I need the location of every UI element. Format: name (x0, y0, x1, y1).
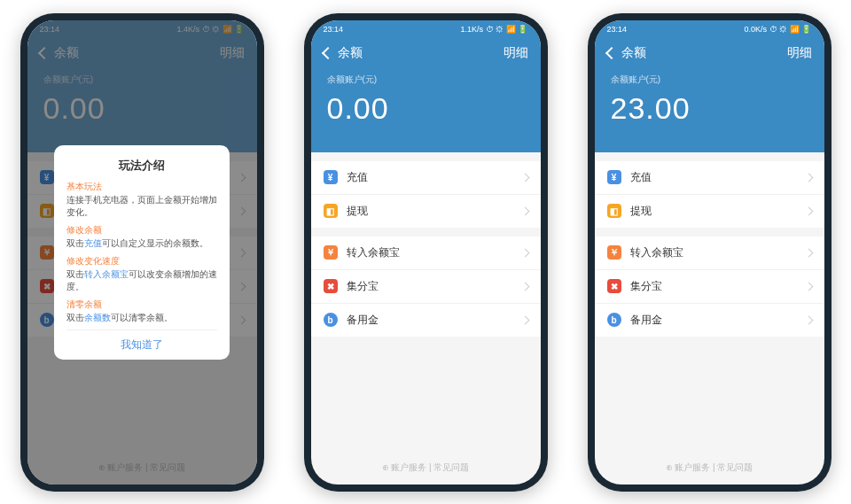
dialog-sec3-link: 转入余额宝 (84, 269, 129, 279)
screen: 23:14 1.4K/s ⏱ ⚙ 📶 🔋 余额 明细 余额账户(元) 0.00 … (27, 20, 257, 485)
list-item[interactable]: ¥充值 (595, 161, 824, 195)
header-title: 余额 (621, 45, 646, 61)
beiyongjin-icon: b (324, 313, 338, 327)
item-label: 充值 (630, 170, 652, 185)
chevron-right-icon (520, 248, 529, 257)
status-time: 23:14 (607, 25, 628, 34)
list-item[interactable]: ✖集分宝 (311, 270, 541, 304)
dialog-sec1-text: 连接手机充电器，页面上金额开始增加变化。 (66, 195, 217, 217)
screen: 23:14 0.0K/s⏱ ⚙ 📶 🔋 余额 明细 余额账户(元) 23.00 … (595, 20, 824, 485)
balance-label: 余额账户(元) (611, 74, 808, 86)
status-bar: 23:14 0.0K/s⏱ ⚙ 📶 🔋 (595, 20, 824, 38)
tutorial-dialog: 玩法介绍 基本玩法连接手机充电器，页面上金额开始增加变化。 修改余额双击充值可以… (54, 145, 230, 360)
status-icons: ⏱ ⚙ 📶 🔋 (486, 25, 528, 34)
list-item[interactable]: b备用金 (595, 304, 824, 337)
back-button[interactable]: 余额 (324, 45, 363, 61)
balance-value[interactable]: 23.00 (611, 91, 808, 126)
item-label: 充值 (347, 170, 368, 185)
withdraw-icon: ◧ (324, 204, 338, 218)
dialog-sec2-label: 修改余额 (66, 224, 217, 236)
dialog-sec3-label: 修改变化速度 (66, 255, 217, 268)
item-label: 备用金 (347, 313, 379, 328)
chevron-right-icon (804, 282, 813, 291)
detail-link[interactable]: 明细 (787, 45, 812, 61)
list-item[interactable]: ◧提现 (595, 195, 824, 228)
menu-list: ¥充值 ◧提现 ￥转入余额宝 ✖集分宝 b备用金 (311, 152, 541, 454)
yuebao-icon: ￥ (324, 245, 338, 260)
status-net: 0.0K/s (744, 25, 767, 34)
item-label: 转入余额宝 (630, 245, 683, 260)
phone-2: 23:14 1.1K/s⏱ ⚙ 📶 🔋 余额 明细 余额账户(元) 0.00 ¥… (304, 13, 548, 492)
chevron-right-icon (520, 173, 529, 182)
jifenbao-icon: ✖ (324, 279, 338, 293)
balance-value[interactable]: 0.00 (327, 91, 525, 126)
list-item[interactable]: ￥转入余额宝 (311, 236, 541, 270)
back-button[interactable]: 余额 (607, 45, 646, 61)
chevron-right-icon (804, 248, 813, 257)
dialog-sec4-link: 余额数 (84, 313, 111, 322)
list-item[interactable]: ◧提现 (311, 195, 541, 228)
chevron-right-icon (804, 206, 813, 215)
dialog-sec1-label: 基本玩法 (66, 181, 217, 193)
chevron-right-icon (520, 206, 529, 215)
chevron-right-icon (804, 315, 813, 324)
status-bar: 23:14 1.1K/s⏱ ⚙ 📶 🔋 (311, 20, 541, 38)
recharge-icon: ¥ (324, 170, 338, 184)
chevron-left-icon (321, 46, 333, 58)
header-title: 余额 (338, 45, 363, 61)
list-item[interactable]: ￥转入余额宝 (595, 236, 824, 270)
chevron-right-icon (520, 282, 529, 291)
list-item[interactable]: b备用金 (311, 304, 541, 337)
balance-area: 余额账户(元) 0.00 (311, 70, 541, 152)
header: 余额 明细 (311, 38, 541, 70)
list-item[interactable]: ✖集分宝 (595, 270, 824, 304)
beiyongjin-icon: b (607, 313, 621, 327)
item-label: 集分宝 (347, 279, 379, 294)
item-label: 备用金 (630, 313, 662, 328)
status-net: 1.1K/s (460, 25, 483, 34)
footer-links[interactable]: ⊕ 账户服务 | 常见问题 (595, 454, 824, 485)
modal-overlay: 玩法介绍 基本玩法连接手机充电器，页面上金额开始增加变化。 修改余额双击充值可以… (27, 20, 257, 485)
list-item[interactable]: ¥充值 (311, 161, 541, 195)
header: 余额 明细 (595, 38, 824, 70)
phone-1: 23:14 1.4K/s ⏱ ⚙ 📶 🔋 余额 明细 余额账户(元) 0.00 … (20, 13, 264, 492)
jifenbao-icon: ✖ (607, 279, 621, 293)
dialog-confirm-button[interactable]: 我知道了 (66, 330, 217, 353)
chevron-right-icon (804, 173, 813, 182)
recharge-icon: ¥ (607, 170, 621, 184)
footer-links[interactable]: ⊕ 账户服务 | 常见问题 (311, 454, 541, 485)
balance-area: 余额账户(元) 23.00 (595, 70, 824, 152)
chevron-left-icon (605, 46, 617, 58)
yuebao-icon: ￥ (607, 245, 621, 260)
menu-list: ¥充值 ◧提现 ￥转入余额宝 ✖集分宝 b备用金 (595, 152, 824, 454)
dialog-sec2-link: 充值 (84, 238, 102, 248)
dialog-sec4-label: 清零余额 (66, 299, 217, 311)
screen: 23:14 1.1K/s⏱ ⚙ 📶 🔋 余额 明细 余额账户(元) 0.00 ¥… (311, 20, 541, 485)
item-label: 提现 (347, 204, 368, 219)
chevron-right-icon (520, 315, 529, 324)
item-label: 提现 (630, 204, 652, 219)
status-time: 23:14 (324, 25, 344, 34)
status-icons: ⏱ ⚙ 📶 🔋 (769, 25, 812, 34)
detail-link[interactable]: 明细 (504, 45, 528, 61)
withdraw-icon: ◧ (607, 204, 621, 218)
phone-3: 23:14 0.0K/s⏱ ⚙ 📶 🔋 余额 明细 余额账户(元) 23.00 … (588, 13, 831, 492)
dialog-title: 玩法介绍 (66, 158, 217, 174)
item-label: 转入余额宝 (347, 245, 400, 260)
item-label: 集分宝 (630, 279, 662, 294)
balance-label: 余额账户(元) (327, 74, 525, 86)
